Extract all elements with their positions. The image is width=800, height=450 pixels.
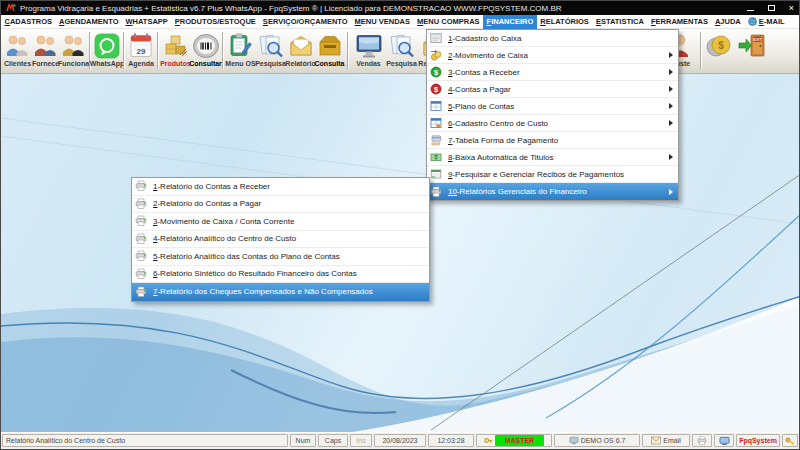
toolbar-menu-os-button[interactable]: Menu OS	[226, 30, 255, 72]
toolbar-separator	[222, 32, 224, 69]
menu-ferramentas[interactable]: FERRAMENTAS	[647, 15, 711, 29]
menu-item-contas-a-receber[interactable]: $ 3-Contas a Receber	[427, 64, 678, 81]
submenu-arrow-icon	[669, 120, 673, 126]
inbox-icon	[317, 30, 343, 59]
printer-icon	[135, 215, 148, 227]
status-message: Relatório Analítico do Centro de Custo	[2, 434, 288, 447]
submenu-item-relatorio-sintetico-resultado[interactable]: 6-Relatório Sintético do Resultado Finan…	[132, 266, 429, 284]
clients-icon	[5, 30, 31, 59]
toolbar: Clientes Fornece Funciona	[1, 29, 799, 74]
toolbar-separator	[123, 32, 125, 69]
toolbar-separator	[157, 32, 159, 69]
menu-item-contas-a-pagar[interactable]: $ 4-Contas a Pagar	[427, 81, 678, 98]
menu-servico-orcamento[interactable]: SERVIÇO/ORÇAMENTO	[259, 15, 351, 29]
maximize-button[interactable]	[768, 5, 775, 11]
menu-menu-compras[interactable]: MENU COMPRAS	[414, 15, 484, 29]
toolbar-pesquisa-vendas-button[interactable]: Pesquisa	[386, 30, 417, 72]
menu-item-cadastro-do-caixa[interactable]: 1-Cadastro do Caixa	[427, 30, 678, 47]
toolbar-agenda-button[interactable]: 29 Agenda	[127, 30, 155, 72]
menu-item-pesquisar-recibos[interactable]: 9-Pesquisar e Gerenciar Recibos de Pagam…	[427, 166, 678, 183]
dollar-green-icon: $	[430, 66, 443, 78]
key-icon	[785, 436, 795, 446]
menu-produtos-estoque[interactable]: PRODUTOS/ESTOQUE	[171, 15, 259, 29]
toolbar-clientes-button[interactable]: Clientes	[4, 30, 31, 72]
submenu-arrow-icon	[669, 103, 673, 109]
printer-icon	[135, 250, 148, 262]
toolbar-fornecedores-button[interactable]: Fornece	[32, 30, 59, 72]
menu-item-cadastro-centro-de-custo[interactable]: 6-Cadastro Centro de Custo	[427, 115, 678, 132]
status-caps-lock: Caps	[318, 434, 348, 447]
mail-icon	[651, 436, 661, 445]
calendar-icon: 29	[129, 30, 153, 59]
menu-item-relatorios-gerenciais[interactable]: 10-Relatórios Gerenciais do Financeiro	[427, 183, 678, 200]
menu-item-plano-de-contas[interactable]: 5-Plano de Contas	[427, 98, 678, 115]
menu-item-baixa-automatica-de-titulos[interactable]: $ 8-Baixa Automática de Titulos	[427, 149, 678, 166]
status-monitor-button[interactable]	[714, 434, 734, 447]
menu-item-movimento-de-caixa[interactable]: 2-Movimento de Caixa	[427, 47, 678, 64]
submenu-item-relatorio-analitico-centro-custo[interactable]: 4-Relatório Analítico do Centro de Custo	[132, 231, 429, 249]
submenu-item-relatorio-cheques-compensados[interactable]: 7-Relatório dos Cheques Compensados e Nã…	[132, 283, 429, 301]
toolbar-coin-button[interactable]: $	[704, 30, 734, 72]
printer-icon	[135, 268, 148, 280]
cost-center-grid-icon	[430, 117, 443, 129]
toolbar-funcionarios-button[interactable]: Funciona	[60, 30, 87, 72]
submenu-arrow-icon	[669, 69, 673, 75]
status-time: 12:03:28	[428, 434, 474, 447]
status-num-lock: Num	[290, 434, 316, 447]
search-documents-icon	[258, 30, 284, 59]
title-bar: Programa Vidraçaria e Esquadrias + Estat…	[1, 1, 799, 15]
status-key-button[interactable]	[782, 434, 798, 447]
menu-cadastros[interactable]: CADASTROS	[1, 15, 56, 29]
clipboard-icon	[228, 30, 253, 59]
status-email-button[interactable]: Email	[642, 434, 690, 447]
coin-icon: $	[705, 30, 733, 59]
submenu-arrow-icon	[669, 189, 673, 195]
close-button[interactable]: ×	[789, 4, 794, 12]
submenu-item-relatorio-contas-a-pagar[interactable]: 2-Relatório do Contas a Pagar	[132, 196, 429, 214]
menu-item-tabela-forma-de-pagamento[interactable]: 7-Tabela Forma de Pagamento	[427, 132, 678, 149]
menu-menu-vendas[interactable]: MENU VENDAS	[351, 15, 413, 29]
menu-whatsapp[interactable]: WHATSAPP	[122, 15, 171, 29]
globe-icon	[748, 17, 757, 26]
printer-icon	[135, 286, 148, 298]
toolbar-pesquisa-button[interactable]: Pesquisa	[256, 30, 285, 72]
status-bar: Relatório Analítico do Centro de Custo N…	[1, 432, 799, 449]
menu-ajuda[interactable]: AJUDA	[711, 15, 744, 29]
search-documents-icon	[389, 30, 415, 59]
toolbar-vendas-button[interactable]: Vendas	[353, 30, 384, 72]
report-envelope-icon	[288, 30, 314, 59]
toolbar-whatsapp-button[interactable]: WhatsApp	[93, 30, 121, 72]
app-logo-icon	[6, 3, 16, 13]
toolbar-consultar-button[interactable]: Consultar	[190, 30, 221, 72]
exit-door-icon: EXIT	[737, 30, 767, 59]
submenu-item-relatorio-contas-a-receber[interactable]: 1-Relatório do Contas a Receber	[132, 178, 429, 196]
submenu-arrow-icon	[669, 86, 673, 92]
status-brand: FpqSystem	[736, 434, 780, 447]
toolbar-produtos-button[interactable]: Produtos	[161, 30, 190, 72]
submenu-item-movimento-caixa-conta-corrente[interactable]: 3-Movimento de Caixa / Conta Corrente	[132, 213, 429, 231]
status-demo-panel: DEMO OS 6.7	[554, 434, 640, 447]
toolbar-separator	[700, 32, 702, 69]
menu-agendamento[interactable]: AGENDAMENTO	[56, 15, 122, 29]
barcode-lookup-icon	[192, 30, 220, 59]
submenu-item-relatorio-analitico-plano-contas[interactable]: 5-Relatório Analítico das Contas do Plan…	[132, 248, 429, 266]
monitor-icon	[719, 436, 730, 446]
toolbar-exit-button[interactable]: EXIT	[736, 30, 768, 72]
printer-icon	[697, 436, 707, 446]
menu-estatistica[interactable]: ESTATISTICA	[592, 15, 647, 29]
toolbar-relatorio-button[interactable]: Relatório	[286, 30, 315, 72]
svg-text:$: $	[718, 40, 724, 51]
minimize-button[interactable]	[747, 10, 754, 11]
status-print-button[interactable]	[692, 434, 712, 447]
window-title: Programa Vidraçaria e Esquadrias + Estat…	[20, 4, 562, 13]
sales-monitor-icon	[355, 30, 383, 59]
status-date: 20/08/2023	[374, 434, 426, 447]
printer-icon	[135, 180, 148, 192]
submenu-arrow-icon	[669, 154, 673, 160]
menu-financeiro[interactable]: FINANCEIRO	[483, 15, 537, 29]
svg-text:EXIT: EXIT	[754, 38, 763, 42]
menu-relatorios[interactable]: RELATÓRIOS	[537, 15, 593, 29]
toolbar-consulta-button[interactable]: Consulta	[315, 30, 344, 72]
cash-movement-icon	[430, 49, 443, 61]
menu-email[interactable]: E-MAIL	[744, 15, 788, 29]
